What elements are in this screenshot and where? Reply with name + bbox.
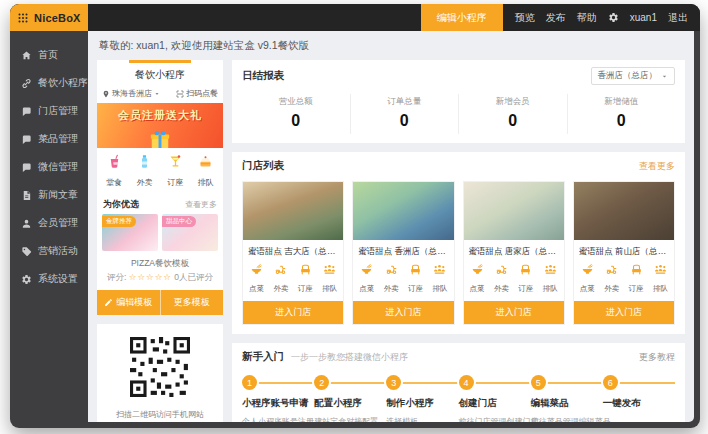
step-title: 配置小程序 — [314, 397, 386, 410]
store-action-queue[interactable]: 排队 — [432, 263, 447, 295]
store-action-order[interactable]: 点菜 — [249, 263, 264, 295]
getting-started-card: 新手入门 一步一步教您搭建微信小程序 更多教程 1 小程序账号申请 — [232, 343, 685, 422]
stat-label: 新增会员 — [459, 96, 567, 108]
edit-template-label: 编辑模板 — [116, 296, 152, 309]
step-item-link[interactable]: 前往门店管理创建门店 — [459, 415, 531, 422]
location-label: 珠海香洲店 — [112, 88, 152, 99]
store-action-queue[interactable]: 排队 — [322, 263, 337, 295]
logout-link[interactable]: 退出 — [668, 11, 688, 25]
settings-gear-icon[interactable] — [608, 12, 619, 23]
store-action-reserve[interactable]: 订座 — [518, 263, 533, 295]
more-tutorials-link[interactable]: 更多教程 — [639, 351, 675, 364]
preview-link[interactable]: 预览 — [515, 11, 535, 25]
quick-action-label: 堂食 — [106, 178, 122, 187]
sidebar-item-label: 微信管理 — [38, 160, 78, 174]
store-action-reserve[interactable]: 订座 — [408, 263, 423, 295]
store-action-delivery[interactable]: 外卖 — [494, 263, 509, 295]
stat-label: 营业总额 — [242, 96, 350, 108]
step-number: 5 — [531, 375, 546, 390]
username-label[interactable]: xuan1 — [630, 12, 657, 23]
quick-action-reserve[interactable]: 订座 — [167, 154, 183, 189]
action-label: 排队 — [432, 284, 447, 293]
sidebar-item-home[interactable]: 首页 — [10, 41, 88, 69]
sidebar: 首页 餐饮小程序 门店管理 菜品管理 微信管理 新闻文章 会员管理 营销活动 系… — [10, 31, 88, 428]
queue-people-icon — [433, 263, 446, 276]
edit-miniprogram-button[interactable]: 编辑小程序 — [421, 4, 503, 31]
app-logo[interactable]: NiceBoX — [10, 4, 88, 31]
scan-order-button[interactable]: 扫码点餐 — [176, 88, 218, 99]
enter-store-button[interactable]: 进入门店 — [243, 301, 343, 324]
action-label: 订座 — [629, 284, 644, 293]
action-label: 订座 — [518, 284, 533, 293]
phone-preview-card: 餐饮小程序 珠海香洲店 扫码点餐 — [97, 60, 223, 315]
sidebar-item-wechat[interactable]: 微信管理 — [10, 153, 88, 181]
store-action-queue[interactable]: 排队 — [653, 263, 668, 295]
step-item-link[interactable]: 选择模板 — [386, 415, 458, 422]
store-photo — [464, 182, 564, 240]
qr-code — [130, 337, 190, 397]
step-item-link[interactable]: 前往菜品管理编辑菜品 — [531, 415, 603, 422]
step-item-link[interactable]: 建站宝盒对接配置 — [314, 415, 386, 422]
store-action-order[interactable]: 点菜 — [470, 263, 485, 295]
queue-people-icon — [654, 263, 667, 276]
location-pin-icon — [102, 90, 110, 98]
stat-revenue: 营业总额0 — [242, 94, 350, 134]
enter-store-button[interactable]: 进入门店 — [574, 301, 674, 324]
app-window: NiceBoX 编辑小程序 预览 发布 帮助 xuan1 退出 首页 餐饮小程序… — [10, 4, 700, 428]
quick-action-queue[interactable]: 排队 — [198, 154, 214, 189]
publish-link[interactable]: 发布 — [546, 11, 566, 25]
sidebar-item-miniprogram[interactable]: 餐饮小程序 — [10, 69, 88, 97]
reserve-icon — [168, 154, 183, 169]
dish-icon — [21, 134, 32, 145]
sidebar-item-stores[interactable]: 门店管理 — [10, 97, 88, 125]
step-number: 2 — [314, 375, 329, 390]
store-card: 蜜语甜点 香洲店（总店） 点菜 外卖 订座 排队 进入门店 — [352, 181, 454, 325]
enter-store-button[interactable]: 进入门店 — [464, 301, 564, 324]
topbar: NiceBoX 编辑小程序 预览 发布 帮助 xuan1 退出 — [10, 4, 700, 31]
store-action-order[interactable]: 点菜 — [580, 263, 595, 295]
stat-orders: 订单总量0 — [350, 94, 459, 134]
sidebar-item-settings[interactable]: 系统设置 — [10, 265, 88, 293]
sidebar-item-news[interactable]: 新闻文章 — [10, 181, 88, 209]
store-action-reserve[interactable]: 订座 — [629, 263, 644, 295]
quick-action-dine-in[interactable]: 堂食 — [106, 154, 122, 189]
promo-banner[interactable]: 会员注册送大礼 — [97, 103, 223, 148]
action-label: 点菜 — [359, 284, 374, 293]
sidebar-item-dishes[interactable]: 菜品管理 — [10, 125, 88, 153]
more-templates-button[interactable]: 更多模板 — [160, 290, 224, 315]
rating-count: 0人已评分 — [174, 272, 213, 282]
picks-more-link[interactable]: 查看更多 — [185, 199, 217, 210]
store-name: 蜜语甜点 唐家店（总店） — [464, 240, 564, 262]
guide-step-5: 5 编辑菜品 前往菜品管理编辑菜品 — [531, 375, 603, 422]
pick-image-2[interactable]: 甜品中心 — [162, 214, 218, 251]
scan-qr-icon — [176, 90, 184, 98]
store-name: 蜜语甜点 香洲店（总店） — [353, 240, 453, 262]
edit-template-button[interactable]: 编辑模板 — [97, 290, 160, 315]
help-link[interactable]: 帮助 — [577, 11, 597, 25]
store-filter-dropdown[interactable]: 香洲店（总店） — [591, 67, 676, 85]
reserve-seat-icon — [630, 263, 643, 276]
guide-step-6: 6 一键发布 — [603, 375, 675, 422]
quick-action-takeout[interactable]: 外卖 — [137, 154, 153, 189]
store-action-order[interactable]: 点菜 — [359, 263, 374, 295]
picks-row: 金牌推荐 甜品中心 — [97, 214, 223, 251]
sidebar-item-marketing[interactable]: 营销活动 — [10, 237, 88, 265]
sidebar-item-members[interactable]: 会员管理 — [10, 209, 88, 237]
step-title: 小程序账号申请 — [242, 397, 314, 410]
step-item-link[interactable]: 个人小程序账号注册 — [242, 415, 314, 422]
pick-image-1[interactable]: 金牌推荐 — [102, 214, 158, 251]
store-action-delivery[interactable]: 外卖 — [604, 263, 619, 295]
store-list-more-link[interactable]: 查看更多 — [639, 160, 675, 173]
dine-in-icon — [107, 154, 122, 169]
store-photo — [574, 182, 674, 240]
gift-box-icon — [147, 129, 173, 148]
action-label: 外卖 — [494, 284, 509, 293]
store-action-queue[interactable]: 排队 — [543, 263, 558, 295]
store-photo — [353, 182, 453, 240]
store-action-delivery[interactable]: 外卖 — [384, 263, 399, 295]
action-label: 点菜 — [580, 284, 595, 293]
store-action-delivery[interactable]: 外卖 — [273, 263, 288, 295]
store-action-reserve[interactable]: 订座 — [298, 263, 313, 295]
store-location-selector[interactable]: 珠海香洲店 — [102, 88, 160, 99]
enter-store-button[interactable]: 进入门店 — [353, 301, 453, 324]
